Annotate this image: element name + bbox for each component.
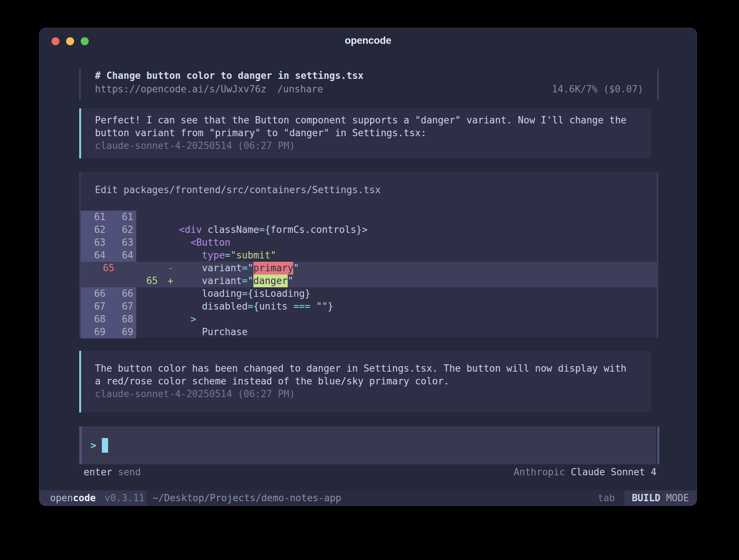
app-name-code: code — [73, 492, 96, 503]
app-version-chip: opencodev0.3.11 — [39, 490, 146, 506]
new-line-number: 66 — [108, 287, 136, 300]
diff-code-line: > — [168, 313, 196, 326]
old-line-number: 63 — [81, 236, 108, 249]
session-title: # Change button color to danger in setti… — [95, 69, 364, 82]
diff-row: 6767 disabled={units === ""} — [81, 300, 657, 313]
edit-tool-block: Edit packages/frontend/src/containers/Se… — [79, 172, 658, 338]
old-line-number: 67 — [81, 300, 108, 313]
new-line-number: 61 — [108, 211, 136, 223]
old-line-number: 65 — [81, 262, 117, 275]
diff-row: 6666 loading={isLoading} — [81, 287, 657, 300]
diff-row: 6868 > — [81, 313, 657, 326]
enter-key-label: enter — [84, 467, 112, 477]
new-line-number: 64 — [108, 249, 136, 262]
message-line: a red/rose color scheme instead of the b… — [95, 375, 651, 388]
message-line: button variant from "primary" to "danger… — [95, 127, 651, 139]
diff-row: 65- variant="primary" — [81, 262, 657, 275]
old-line-number: 62 — [81, 223, 108, 236]
header-right-border — [657, 69, 659, 100]
header-left-border — [79, 69, 81, 100]
diff-row: 65+ variant="danger" — [81, 275, 657, 287]
mode-chip: BUILD MODE — [624, 490, 697, 506]
text-cursor — [102, 438, 108, 453]
app-name-open: open — [50, 492, 73, 503]
diff-code-line: disabled={units === ""} — [168, 300, 333, 313]
tab-key-hint: tab — [598, 490, 615, 506]
new-line-number: 68 — [108, 313, 136, 326]
edit-tool-title: Edit packages/frontend/src/containers/Se… — [95, 184, 381, 196]
diff-code-line: type="submit" — [168, 249, 276, 262]
diff-row: 6161 — [81, 211, 657, 223]
prompt-caret: > — [91, 440, 96, 451]
old-line-number: 61 — [81, 211, 108, 223]
new-line-number: 62 — [108, 223, 136, 236]
diff-row: 6969 Purchase — [81, 326, 657, 338]
working-directory: ~/Desktop/Projects/demo-notes-app — [153, 490, 341, 506]
old-line-number: 68 — [81, 313, 108, 326]
diff-code-line: + variant="danger" — [168, 275, 293, 287]
diff-code-line: <div className={formCs.controls}> — [168, 223, 368, 236]
old-line-number: 64 — [81, 249, 108, 262]
diff-code-line: Purchase — [168, 326, 248, 338]
diff-code-line: <Button — [168, 236, 230, 249]
diff-row: 6262 <div className={formCs.controls}> — [81, 223, 657, 236]
diff-row: 6464 type="submit" — [81, 249, 657, 262]
old-line-number: 66 — [81, 287, 108, 300]
app-version: v0.3.11 — [104, 492, 145, 503]
assistant-message: Perfect! I can see that the Button compo… — [79, 108, 651, 158]
model-indicator: Anthropic Claude Sonnet 4 — [514, 465, 656, 479]
model-label: Claude Sonnet 4 — [571, 467, 656, 477]
new-line-number: 67 — [108, 300, 136, 313]
new-line-number: 69 — [108, 326, 136, 338]
prompt-input[interactable]: > — [79, 426, 656, 464]
diff-code-line: loading={isLoading} — [168, 287, 310, 300]
provider-label: Anthropic — [514, 467, 565, 477]
opencode-window: opencode # Change button color to danger… — [39, 28, 697, 506]
diff-view: 61616262 <div className={formCs.controls… — [81, 211, 657, 338]
mode-name: BUILD — [632, 492, 660, 503]
message-meta: claude-sonnet-4-20250514 (06:27 PM) — [95, 388, 651, 400]
input-right-border — [657, 426, 659, 464]
window-titlebar: opencode — [39, 28, 697, 56]
status-bar: opencodev0.3.11 ~/Desktop/Projects/demo-… — [39, 490, 697, 506]
token-cost-stats: 14.6K/7% ($0.07) — [95, 83, 643, 96]
old-line-number: 69 — [81, 326, 108, 338]
message-line: The button color has been changed to dan… — [95, 362, 651, 375]
window-title: opencode — [39, 35, 697, 46]
mode-suffix: MODE — [660, 492, 689, 503]
new-line-number: 63 — [108, 236, 136, 249]
old-line-number — [81, 275, 117, 287]
hint-row: enter send Anthropic Claude Sonnet 4 — [39, 465, 697, 479]
new-line-number: 65 — [117, 275, 161, 287]
diff-code-line: - variant="primary" — [168, 262, 299, 275]
message-meta: claude-sonnet-4-20250514 (06:27 PM) — [95, 139, 651, 152]
diff-row: 6363 <Button — [81, 236, 657, 249]
new-line-number — [117, 262, 161, 275]
enter-action-label: send — [118, 467, 141, 477]
message-line: Perfect! I can see that the Button compo… — [95, 114, 651, 127]
enter-hint: enter send — [84, 465, 141, 479]
screenshot-stage: opencode # Change button color to danger… — [0, 0, 739, 560]
assistant-message: The button color has been changed to dan… — [79, 351, 651, 413]
